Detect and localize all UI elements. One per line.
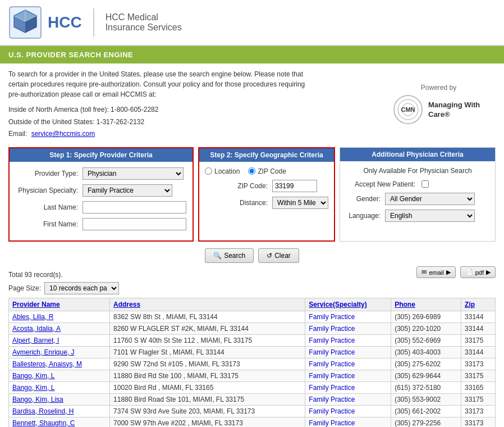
location-radio-item: Location xyxy=(205,167,240,175)
table-cell: Family Practice xyxy=(305,322,391,334)
table-cell: 11880 Bird Road Ste 101, MIAMI, FL 33175 xyxy=(110,393,305,405)
first-name-label: First Name: xyxy=(15,220,83,228)
col-specialty: Service(Specialty) xyxy=(305,298,391,311)
table-cell: 11880 Bird Rd Ste 100 , MIAMI, FL 33175 xyxy=(110,370,305,381)
table-cell: Family Practice xyxy=(305,393,391,405)
button-row: 🔍 Search ↺ Clear xyxy=(8,248,496,263)
table-row: Bango, Kim, Lisa11880 Bird Road Ste 101,… xyxy=(9,393,496,405)
company-tagline: HCC Medical Insurance Services xyxy=(106,12,182,33)
specialty-select[interactable]: Family Practice General Practice Interna… xyxy=(83,184,172,197)
table-cell: Family Practice xyxy=(305,417,391,427)
table-cell: 33175 xyxy=(461,393,496,405)
table-cell: Family Practice xyxy=(305,381,391,393)
table-cell: (305) 403-4003 xyxy=(391,346,461,358)
table-cell: Family Practice xyxy=(305,346,391,358)
cmn-logo-icon: CMN xyxy=(393,94,424,125)
table-cell: 7374 SW 93rd Ave Suite 203, MIAMI, FL 33… xyxy=(110,405,305,417)
table-cell: 9290 SW 72nd St #105 , MIAMI, FL 33173 xyxy=(110,358,305,370)
language-row: Language: English Spanish French Mandari… xyxy=(346,210,489,222)
table-cell: 33175 xyxy=(461,334,496,346)
provider-name-link[interactable]: Ballesteros, Anaisys, M xyxy=(12,360,82,368)
zip-code-input[interactable] xyxy=(272,180,317,192)
cmn-logo: CMN Managing With Care® xyxy=(393,94,484,125)
provider-name-link[interactable]: Bango, Kim, Lisa xyxy=(12,396,63,403)
table-cell: 8260 W FLAGLER ST #2K, MIAMI, FL 33144 xyxy=(110,322,305,334)
arrow-icon: ▶ xyxy=(446,269,451,276)
table-cell: 7101 W Flagler St , MIAMI, FL 33144 xyxy=(110,346,305,358)
cmn-brand: Managing With Care® xyxy=(428,101,484,120)
provider-name-link[interactable]: Bennett, Shaughn, C xyxy=(12,419,75,427)
logo-section: HCC HCC Medical Insurance Services xyxy=(8,6,182,39)
powered-by-section: Powered by CMN Managing With Care® xyxy=(382,69,496,140)
provider-type-select[interactable]: Physician xyxy=(83,167,184,180)
powered-by-label: Powered by xyxy=(421,84,456,92)
provider-name-link[interactable]: Bardisa, Roselind, H xyxy=(12,407,74,415)
provider-type-row: Provider Type: Physician xyxy=(15,167,187,180)
table-row: Bango, Kim, L11880 Bird Rd Ste 100 , MIA… xyxy=(9,370,496,381)
page-size-select[interactable]: 10 records each pa 25 records each pa 50… xyxy=(44,282,119,294)
provider-name-link[interactable]: Ables, Lilia, R xyxy=(12,313,53,321)
page-size-row: Page Size: 10 records each pa 25 records… xyxy=(8,282,496,294)
table-cell: (305) 279-2256 xyxy=(391,417,461,427)
outside-phone: Outside of the United States: 1-317-262-… xyxy=(8,116,382,129)
col-phone: Phone xyxy=(391,298,461,311)
pdf-button[interactable]: 📄 pdf ▶ xyxy=(460,266,496,278)
table-cell: Family Practice xyxy=(305,370,391,381)
zip-radio[interactable] xyxy=(248,167,255,175)
table-cell: Alpert, Barnet, I xyxy=(9,334,110,346)
table-cell: 33165 xyxy=(461,381,496,393)
first-name-input[interactable] xyxy=(83,218,186,230)
table-row: Bennett, Shaughn, C7000 SW 97th Ave #202… xyxy=(9,417,496,427)
additional-panel: Additional Physician Criteria Only Avail… xyxy=(340,147,496,242)
provider-type-label: Provider Type: xyxy=(15,170,83,178)
total-records: Total 93 record(s). xyxy=(8,271,63,279)
gender-select[interactable]: All Gender Male Female xyxy=(385,193,475,205)
provider-name-link[interactable]: Alpert, Barnet, I xyxy=(12,337,59,344)
distance-row: Distance: Within 1 Mile Within 5 Mile Wi… xyxy=(205,197,328,209)
table-cell: Family Practice xyxy=(305,358,391,370)
table-cell: (305) 552-6969 xyxy=(391,334,461,346)
email-link[interactable]: service@hccmis.com xyxy=(31,130,95,138)
specialty-label: Physician Specialty: xyxy=(15,187,83,194)
table-cell: 33144 xyxy=(461,346,496,358)
additional-title: Additional Physician Criteria xyxy=(340,148,495,161)
table-cell: Family Practice xyxy=(305,334,391,346)
location-type-group: Location ZIP Code xyxy=(205,167,328,175)
table-cell: 10020 Bird Rd , MIAMI, FL 33165 xyxy=(110,381,305,393)
table-cell: 11760 S W 40th St Ste 112 , MIAMI, FL 33… xyxy=(110,334,305,346)
gender-label: Gender: xyxy=(346,195,385,203)
first-name-row: First Name: xyxy=(15,218,187,230)
table-cell: 33173 xyxy=(461,358,496,370)
location-radio[interactable] xyxy=(205,167,212,175)
gender-row: Gender: All Gender Male Female xyxy=(346,193,489,205)
intro-section: To search for a provider in the United S… xyxy=(8,69,382,140)
table-cell: (305) 220-1020 xyxy=(391,322,461,334)
arrow-icon2: ▶ xyxy=(486,269,491,276)
table-cell: 33175 xyxy=(461,370,496,381)
provider-name-link[interactable]: Acosta, Idalia, A xyxy=(12,325,61,333)
provider-name-link[interactable]: Aymerich, Enrique, J xyxy=(12,348,75,356)
search-button[interactable]: 🔍 Search xyxy=(205,248,254,263)
email-button[interactable]: ✉ email ▶ xyxy=(416,266,455,278)
contact-info: Inside of North America (toll free): 1-8… xyxy=(8,104,382,140)
last-name-input[interactable] xyxy=(83,201,186,214)
table-row: Ables, Lilia, R8362 SW 8th St , MIAMI, F… xyxy=(9,311,496,322)
language-select[interactable]: English Spanish French Mandarin xyxy=(385,210,475,222)
zip-code-label: ZIP Code: xyxy=(205,182,272,190)
main-content: To search for a provider in the United S… xyxy=(0,63,504,427)
provider-name-link[interactable]: Bango, Kim, L xyxy=(12,372,54,380)
refresh-icon: ↺ xyxy=(267,252,272,260)
north-america-phone: Inside of North America (toll free): 1-8… xyxy=(8,104,382,116)
table-row: Alpert, Barnet, I11760 S W 40th St Ste 1… xyxy=(9,334,496,346)
provider-name-link[interactable]: Bango, Kim, L xyxy=(12,384,54,392)
pdf-icon: 📄 xyxy=(465,269,473,276)
accept-patient-checkbox[interactable] xyxy=(421,180,429,188)
table-cell: Bango, Kim, L xyxy=(9,381,110,393)
search-panels: Step 1: Specify Provider Criteria Provid… xyxy=(8,147,496,242)
table-row: Ballesteros, Anaisys, M9290 SW 72nd St #… xyxy=(9,358,496,370)
table-cell: (305) 553-9002 xyxy=(391,393,461,405)
svg-text:CMN: CMN xyxy=(401,106,415,113)
distance-select[interactable]: Within 1 Mile Within 5 Mile Within 10 Mi… xyxy=(272,197,328,209)
table-cell: 33173 xyxy=(461,405,496,417)
clear-button[interactable]: ↺ Clear xyxy=(258,248,299,263)
